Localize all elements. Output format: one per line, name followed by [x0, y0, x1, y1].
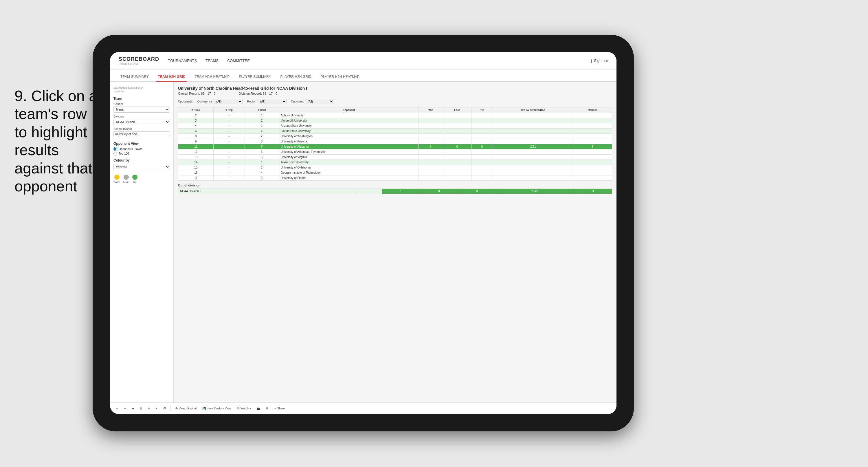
- toolbar-sep-1: [170, 406, 171, 411]
- gender-select[interactable]: Men's: [114, 107, 170, 113]
- time-btn[interactable]: ⏱: [162, 406, 167, 411]
- tab-team-summary[interactable]: TEAM SUMMARY: [119, 72, 151, 82]
- out-division-table: NCAA Division II 1 0 0 26.00 3: [178, 188, 612, 194]
- table-row[interactable]: 6 - 2 Florida State University: [178, 128, 612, 134]
- team-label: Team: [114, 97, 170, 101]
- cell-diff: 2.61: [493, 144, 574, 149]
- redo-btn[interactable]: ↪: [122, 406, 128, 411]
- watch-btn[interactable]: 👁 Watch ▾: [235, 406, 252, 411]
- cell-loss: [443, 155, 471, 160]
- tab-player-h2h-grid[interactable]: PLAYER H2H GRID: [279, 72, 313, 82]
- filter-opponent-group: Opponent (All): [291, 99, 334, 104]
- opponent-view-label: Opponent View: [114, 142, 170, 146]
- export-btn[interactable]: ⊞: [265, 406, 270, 411]
- nav-tournaments[interactable]: TOURNAMENTS: [168, 57, 197, 64]
- filter-conference-select[interactable]: (All): [214, 99, 243, 104]
- out-div-loss: 0: [420, 189, 458, 194]
- tablet-screen: SCOREBOARD Powered by clippi TOURNAMENTS…: [110, 52, 617, 414]
- cell-tie: [471, 139, 493, 144]
- col-conf: # Conf: [245, 108, 279, 113]
- cell-conf: 5: [245, 144, 279, 149]
- radio-opponents-played[interactable]: Opponents Played: [114, 147, 170, 151]
- cell-diff: [493, 175, 574, 181]
- filter-opponent-select[interactable]: (All): [305, 99, 334, 104]
- tablet-device: SCOREBOARD Powered by clippi TOURNAMENTS…: [93, 35, 634, 431]
- table-row[interactable]: 8 - 2 University of Washington: [178, 134, 612, 139]
- cell-rounds: [574, 175, 612, 181]
- camera-btn[interactable]: 📷: [255, 406, 261, 411]
- table-row[interactable]: 16 - 4 Georgia Institute of Technology: [178, 170, 612, 175]
- table-row[interactable]: 14 - 1 Texas Tech University: [178, 160, 612, 165]
- undo-btn[interactable]: ↩: [114, 406, 120, 411]
- division-select[interactable]: NCAA Division I: [114, 119, 170, 125]
- cell-rounds: [574, 165, 612, 170]
- share-btn[interactable]: ↗ Share: [273, 406, 286, 411]
- table-row[interactable]: 11 - 5 University of Alabama 3 0 0 2.61 …: [178, 144, 612, 149]
- cell-loss: [443, 165, 471, 170]
- cell-win: [418, 134, 443, 139]
- table-row[interactable]: 9 - 3 University of Arizona: [178, 139, 612, 144]
- tab-team-h2h-heatmap[interactable]: TEAM H2H HEATMAP: [193, 72, 231, 82]
- cell-tie: [471, 123, 493, 128]
- legend-level: Level: [123, 175, 129, 183]
- sign-out: | Sign out: [591, 58, 608, 63]
- out-div-diff: 26.00: [496, 189, 574, 194]
- nav-committee[interactable]: COMMITTEE: [227, 57, 250, 64]
- table-row[interactable]: 15 - 2 University of Oklahoma: [178, 165, 612, 170]
- legend-up: Up: [132, 175, 137, 183]
- cell-diff: [493, 155, 574, 160]
- cell-reg: -: [214, 128, 245, 134]
- filter-region-select[interactable]: (All): [257, 99, 286, 104]
- division-record: Division Record: 88 - 17 - 0: [239, 92, 277, 95]
- cell-tie: [471, 118, 493, 123]
- tab-player-summary[interactable]: PLAYER SUMMARY: [237, 72, 273, 82]
- cell-diff: [493, 170, 574, 175]
- cell-rank: 13: [178, 155, 214, 160]
- table-row[interactable]: 4 - 1 Arizona State University: [178, 123, 612, 128]
- cell-reg: -: [214, 139, 245, 144]
- cell-opponent: University of Florida: [279, 175, 418, 181]
- cell-tie: [471, 160, 493, 165]
- back-btn[interactable]: ⬅: [130, 406, 136, 411]
- legend-circle-level: [124, 175, 129, 180]
- cell-rounds: [574, 128, 612, 134]
- out-division-row[interactable]: NCAA Division II 1 0 0 26.00 3: [178, 189, 612, 194]
- nav-links: TOURNAMENTS TEAMS COMMITTEE: [168, 57, 591, 64]
- cell-tie: [471, 170, 493, 175]
- copy-btn[interactable]: ⎘: [138, 406, 143, 411]
- tab-team-h2h-grid[interactable]: TEAM H2H GRID: [156, 72, 187, 82]
- cell-diff: [493, 149, 574, 155]
- cell-reg: -: [214, 155, 245, 160]
- save-custom-view-btn[interactable]: 💾 Save Custom View: [201, 406, 232, 411]
- nav-teams[interactable]: TEAMS: [206, 57, 219, 64]
- view-original-btn[interactable]: 👁 View: Original: [174, 406, 198, 411]
- cell-conf: 2: [245, 118, 279, 123]
- cell-win: [418, 155, 443, 160]
- table-row[interactable]: 17 - 3 University of Florida: [178, 175, 612, 181]
- cell-opponent: Georgia Institute of Technology: [279, 170, 418, 175]
- colour-by-select[interactable]: Win/loss: [114, 164, 170, 170]
- instruction-text: 9. Click on a team's row to highlight re…: [14, 87, 98, 195]
- filter-region-group: Region (All): [247, 99, 286, 104]
- cell-diff: [493, 128, 574, 134]
- cell-win: [418, 128, 443, 134]
- cell-tie: [471, 165, 493, 170]
- school-rank-input[interactable]: [114, 132, 170, 137]
- col-opponent: Opponent: [279, 108, 418, 113]
- cell-loss: [443, 149, 471, 155]
- table-row[interactable]: 13 - 3 University of Virginia: [178, 155, 612, 160]
- cell-conf: 1: [245, 113, 279, 118]
- cell-tie: [471, 155, 493, 160]
- cell-win: [418, 170, 443, 175]
- table-row[interactable]: 2 - 1 Auburn University: [178, 113, 612, 118]
- tab-player-h2h-heatmap[interactable]: PLAYER H2H HEATMAP: [319, 72, 361, 82]
- cell-loss: [443, 113, 471, 118]
- cell-reg: -: [214, 149, 245, 155]
- cell-opponent: Auburn University: [279, 113, 418, 118]
- table-row[interactable]: 3 - 2 Vanderbilt University: [178, 118, 612, 123]
- separator-btn[interactable]: +: [154, 406, 159, 411]
- radio-top-100[interactable]: Top 100: [114, 152, 170, 155]
- table-row[interactable]: 12 - 6 University of Arkansas, Fayettevi…: [178, 149, 612, 155]
- col-diff: Diff Av Strokes/Rnd: [493, 108, 574, 113]
- paste-btn[interactable]: ⊕: [146, 406, 151, 411]
